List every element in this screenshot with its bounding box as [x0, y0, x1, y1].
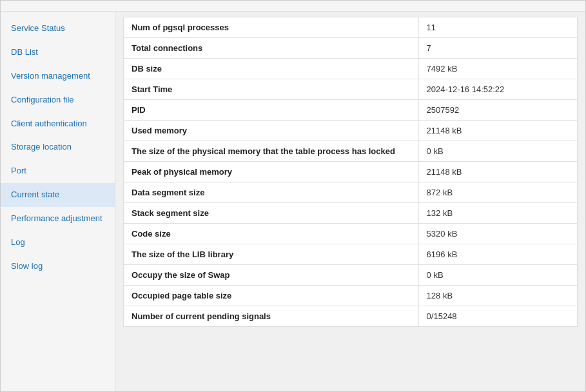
sidebar-item-slow-log[interactable]: Slow log	[1, 255, 115, 279]
sidebar-item-log[interactable]: Log	[1, 231, 115, 255]
row-label: Peak of physical memory	[124, 162, 419, 182]
row-value: 7	[418, 38, 577, 59]
table-row: DB size7492 kB	[124, 59, 578, 79]
row-value: 0 kB	[418, 265, 577, 286]
sidebar-item-storage-location[interactable]: Storage location	[1, 135, 115, 159]
table-row: Num of pgsql processes11	[124, 17, 578, 38]
sidebar-item-db-list[interactable]: DB List	[1, 41, 115, 64]
sidebar-item-current-state[interactable]: Current state	[1, 183, 115, 207]
row-label: Num of pgsql processes	[124, 17, 419, 38]
table-row: The size of the physical memory that the…	[124, 141, 578, 162]
row-value: 5320 kB	[418, 224, 577, 244]
row-value: 2507592	[418, 100, 577, 121]
row-value: 21148 kB	[418, 162, 577, 182]
row-label: Total connections	[124, 38, 419, 59]
table-row: PID2507592	[124, 100, 578, 121]
table-row: Occupied page table size128 kB	[124, 286, 578, 306]
row-label: Start Time	[124, 79, 419, 100]
row-label: DB size	[124, 59, 419, 79]
row-label: PID	[124, 100, 419, 121]
row-value: 0/15248	[418, 306, 577, 327]
main-layout: Service StatusDB ListVersion managementC…	[1, 12, 585, 391]
row-value: 0 kB	[418, 141, 577, 162]
row-value: 21148 kB	[418, 121, 577, 141]
table-row: Occupy the size of Swap0 kB	[124, 265, 578, 286]
row-label: Stack segment size	[124, 203, 419, 224]
app-container: Service StatusDB ListVersion managementC…	[0, 0, 586, 392]
row-label: The size of the LIB library	[124, 244, 419, 265]
row-value: 7492 kB	[418, 59, 577, 79]
sidebar-item-version-management[interactable]: Version management	[1, 64, 115, 88]
table-row: Start Time2024-12-16 14:52:22	[124, 79, 578, 100]
sidebar: Service StatusDB ListVersion managementC…	[1, 12, 115, 391]
table-row: Number of current pending signals0/15248	[124, 306, 578, 327]
sidebar-item-client-authentication[interactable]: Client authentication	[1, 112, 115, 136]
row-label: Occupied page table size	[124, 286, 419, 306]
row-value: 11	[418, 17, 577, 38]
table-row: Data segment size872 kB	[124, 182, 578, 203]
status-table: Num of pgsql processes11Total connection…	[123, 17, 578, 327]
row-label: Occupy the size of Swap	[124, 265, 419, 286]
row-label: The size of the physical memory that the…	[124, 141, 419, 162]
row-value: 128 kB	[418, 286, 577, 306]
sidebar-item-performance-adjustment[interactable]: Performance adjustment	[1, 207, 115, 231]
row-label: Used memory	[124, 121, 419, 141]
table-row: Used memory21148 kB	[124, 121, 578, 141]
table-row: Total connections7	[124, 38, 578, 59]
table-row: Stack segment size132 kB	[124, 203, 578, 224]
sidebar-item-port[interactable]: Port	[1, 159, 115, 183]
row-value: 2024-12-16 14:52:22	[418, 79, 577, 100]
row-label: Number of current pending signals	[124, 306, 419, 327]
sidebar-item-configuration-file[interactable]: Configuration file	[1, 88, 115, 112]
table-row: Peak of physical memory21148 kB	[124, 162, 578, 182]
row-label: Code size	[124, 224, 419, 244]
content-area: Num of pgsql processes11Total connection…	[115, 12, 585, 391]
sidebar-item-service-status[interactable]: Service Status	[1, 17, 115, 41]
row-value: 872 kB	[418, 182, 577, 203]
row-label: Data segment size	[124, 182, 419, 203]
title-bar	[1, 1, 585, 12]
row-value: 6196 kB	[418, 244, 577, 265]
row-value: 132 kB	[418, 203, 577, 224]
table-row: Code size5320 kB	[124, 224, 578, 244]
table-row: The size of the LIB library6196 kB	[124, 244, 578, 265]
